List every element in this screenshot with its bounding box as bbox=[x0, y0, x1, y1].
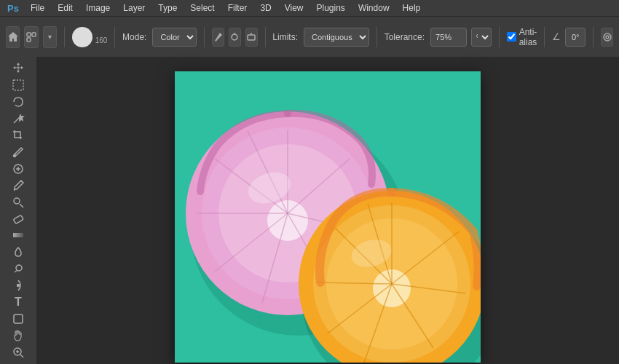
angle-symbol-icon: ∠ bbox=[552, 31, 561, 42]
options-toolbar: ▾ 160 Mode: Color Limits: Contiguous bbox=[0, 16, 619, 57]
antialias-checkbox[interactable] bbox=[507, 32, 516, 41]
tool-text[interactable]: T bbox=[7, 294, 30, 309]
limits-label: Limits: bbox=[272, 32, 298, 42]
home-button[interactable] bbox=[6, 26, 20, 48]
toolbar-separator-3 bbox=[204, 27, 205, 47]
left-tool-panel: T bbox=[0, 57, 36, 364]
svg-line-19 bbox=[15, 270, 17, 272]
svg-rect-17 bbox=[13, 233, 23, 237]
menu-image[interactable]: Image bbox=[80, 1, 116, 15]
svg-line-10 bbox=[14, 117, 20, 123]
svg-point-20 bbox=[17, 285, 20, 287]
move-tool-button[interactable] bbox=[24, 26, 38, 48]
toolbar-separator-4 bbox=[265, 27, 266, 47]
menu-plugins[interactable]: Plugins bbox=[311, 1, 351, 15]
transform-tool-dropdown[interactable]: ▾ bbox=[43, 26, 57, 48]
svg-rect-1 bbox=[32, 33, 36, 36]
tool-dodge[interactable] bbox=[7, 261, 30, 277]
tool-lasso[interactable] bbox=[7, 95, 30, 110]
toolbar-separator-6 bbox=[499, 27, 500, 47]
eyedropper-tool-button[interactable] bbox=[212, 28, 224, 47]
menu-3d[interactable]: 3D bbox=[254, 1, 277, 15]
brush-size-label: 160 bbox=[95, 36, 108, 44]
svg-point-3 bbox=[232, 34, 237, 40]
tool-crop[interactable] bbox=[7, 128, 30, 143]
tool-eyedropper[interactable] bbox=[7, 144, 30, 159]
ps-logo: Ps bbox=[3, 1, 23, 15]
toolbar-separator-7 bbox=[544, 27, 545, 47]
brush-preview[interactable] bbox=[72, 27, 92, 47]
tool-hand[interactable] bbox=[7, 328, 30, 343]
mode-select[interactable]: Color bbox=[152, 28, 197, 47]
svg-point-15 bbox=[14, 198, 20, 204]
angle-display: 0° bbox=[565, 28, 586, 47]
color-picker-button[interactable] bbox=[229, 28, 241, 47]
tool-shape[interactable] bbox=[7, 311, 30, 326]
menu-select[interactable]: Select bbox=[184, 1, 220, 15]
menu-view[interactable]: View bbox=[279, 1, 310, 15]
toolbar-separator-2 bbox=[114, 27, 115, 47]
svg-rect-16 bbox=[13, 215, 23, 224]
sample-button[interactable] bbox=[245, 28, 258, 47]
antialias-label[interactable]: Anti-alias bbox=[507, 27, 537, 47]
svg-line-23 bbox=[20, 355, 23, 357]
menu-edit[interactable]: Edit bbox=[52, 1, 79, 15]
svg-point-11 bbox=[14, 154, 16, 157]
svg-rect-5 bbox=[248, 35, 255, 40]
svg-rect-9 bbox=[13, 80, 23, 90]
canvas-document[interactable] bbox=[175, 71, 481, 363]
tool-pen[interactable] bbox=[7, 278, 30, 293]
brush-size-group: 160 bbox=[72, 27, 108, 47]
svg-rect-0 bbox=[27, 33, 31, 36]
svg-rect-21 bbox=[14, 314, 23, 323]
menu-window[interactable]: Window bbox=[352, 1, 395, 15]
tool-eraser[interactable] bbox=[7, 211, 30, 226]
toolbar-separator-5 bbox=[376, 27, 377, 47]
fruit-svg bbox=[175, 71, 481, 363]
tool-marquee[interactable] bbox=[7, 78, 30, 93]
menu-bar: Ps File Edit Image Layer Type Select Fil… bbox=[0, 0, 619, 16]
svg-point-8 bbox=[606, 36, 609, 39]
tool-gradient[interactable] bbox=[7, 228, 30, 243]
tool-magic-wand[interactable] bbox=[7, 111, 30, 127]
tolerance-input[interactable] bbox=[430, 28, 467, 47]
canvas-area bbox=[36, 57, 619, 364]
target-button[interactable] bbox=[601, 28, 613, 47]
menu-help[interactable]: Help bbox=[397, 1, 427, 15]
tolerance-unit-select[interactable]: % bbox=[471, 28, 492, 47]
tool-clone[interactable] bbox=[7, 194, 30, 210]
tool-move[interactable] bbox=[7, 61, 30, 76]
tool-healing[interactable] bbox=[7, 161, 30, 176]
mode-label: Mode: bbox=[122, 32, 146, 42]
menu-file[interactable]: File bbox=[25, 1, 50, 15]
toolbar-separator-1 bbox=[64, 27, 65, 47]
tool-brush[interactable] bbox=[7, 178, 30, 193]
menu-filter[interactable]: Filter bbox=[222, 1, 253, 15]
tool-zoom[interactable] bbox=[7, 344, 30, 360]
tolerance-label: Tolerance: bbox=[385, 32, 425, 42]
menu-type[interactable]: Type bbox=[152, 1, 183, 15]
tool-blur[interactable] bbox=[7, 245, 30, 260]
limits-select[interactable]: Contiguous bbox=[304, 28, 369, 47]
svg-point-7 bbox=[604, 33, 611, 41]
toolbar-separator-8 bbox=[593, 27, 594, 47]
svg-rect-2 bbox=[27, 38, 31, 41]
menu-layer[interactable]: Layer bbox=[117, 1, 151, 15]
